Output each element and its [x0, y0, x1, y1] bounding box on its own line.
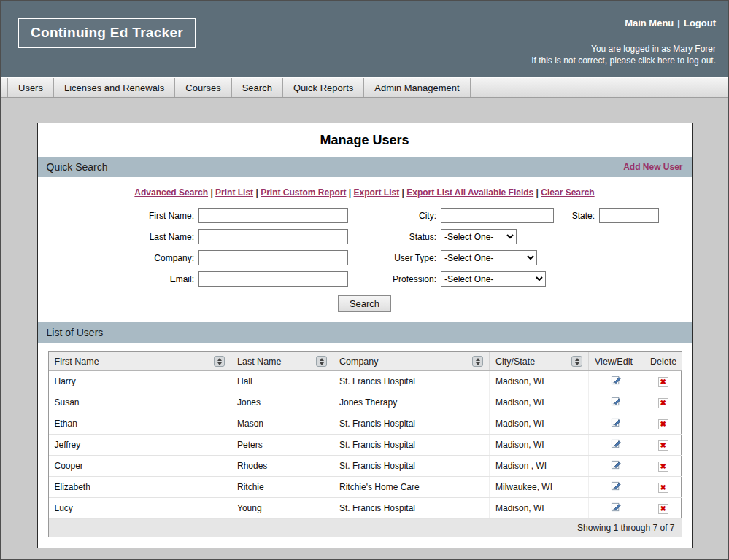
- user-type-select[interactable]: -Select One-: [441, 250, 537, 265]
- table-row: LucyYoungSt. Francis HospitalMadison, WI…: [49, 498, 682, 519]
- edit-icon[interactable]: [611, 438, 622, 449]
- status-select[interactable]: -Select One-: [441, 229, 517, 244]
- profession-field: -Select One-: [441, 271, 554, 287]
- email-label: Email:: [70, 274, 194, 284]
- col-delete: Delete: [644, 352, 682, 371]
- add-new-user-link[interactable]: Add New User: [623, 162, 682, 172]
- company-cell: Ritchie's Home Care: [333, 477, 490, 498]
- city-state-cell: Madison, WI: [490, 371, 589, 392]
- delete-icon[interactable]: ✖: [658, 377, 668, 387]
- email-input[interactable]: [198, 271, 348, 287]
- delete-icon[interactable]: ✖: [658, 440, 668, 451]
- tab-quick-reports[interactable]: Quick Reports: [283, 78, 364, 97]
- company-cell: Jones Therapy: [333, 392, 490, 413]
- edit-icon[interactable]: [611, 502, 622, 513]
- users-table-body: HarryHallSt. Francis HospitalMadison, WI…: [49, 371, 682, 519]
- first-name-cell: Jeffrey: [49, 435, 231, 456]
- last-name-cell: Hall: [231, 371, 333, 392]
- company-cell: St. Francis Hospital: [333, 371, 490, 392]
- edit-icon[interactable]: [611, 396, 622, 407]
- view-edit-cell: [589, 392, 644, 413]
- last-name-cell: Jones: [231, 392, 333, 413]
- last-name-cell: Ritchie: [231, 477, 333, 498]
- last-name-cell: Peters: [231, 435, 333, 456]
- export-list-all-fields-link[interactable]: Export List All Available Fields: [406, 187, 533, 198]
- city-state-cell: Madison , WI: [490, 456, 589, 477]
- delete-cell: ✖: [644, 435, 682, 456]
- app-window: Continuing Ed Tracker Main Menu|Logout Y…: [1, 1, 728, 548]
- link-separator: |: [399, 187, 406, 198]
- col-first-name: First Name: [49, 352, 231, 371]
- col-last-name: Last Name: [231, 352, 333, 371]
- print-custom-report-link[interactable]: Print Custom Report: [261, 187, 346, 198]
- first-name-cell: Cooper: [49, 456, 231, 477]
- delete-cell: ✖: [644, 371, 682, 392]
- table-footer-text: Showing 1 through 7 of 7: [49, 519, 682, 537]
- users-table: First Name Last Name: [49, 352, 682, 537]
- company-cell: St. Francis Hospital: [333, 435, 490, 456]
- state-input[interactable]: [599, 208, 659, 223]
- delete-icon[interactable]: ✖: [658, 462, 668, 472]
- first-name-cell: Lucy: [49, 498, 231, 519]
- first-name-label: First Name:: [70, 211, 194, 221]
- col-last-name-label: Last Name: [237, 357, 281, 367]
- sort-company-icon[interactable]: [472, 356, 483, 367]
- tab-courses[interactable]: Courses: [175, 78, 231, 97]
- advanced-search-link[interactable]: Advanced Search: [134, 187, 208, 198]
- view-edit-cell: [589, 371, 644, 392]
- first-name-cell: Harry: [49, 371, 231, 392]
- sort-first-name-icon[interactable]: [214, 356, 225, 367]
- sort-last-name-icon[interactable]: [316, 356, 327, 367]
- city-state-cell: Madison, WI: [490, 392, 589, 413]
- first-name-input[interactable]: [198, 208, 348, 223]
- edit-icon[interactable]: [611, 459, 622, 470]
- sort-city-state-icon[interactable]: [571, 356, 582, 367]
- main-menu-link[interactable]: Main Menu: [625, 18, 674, 28]
- delete-icon[interactable]: ✖: [658, 419, 668, 429]
- city-input[interactable]: [441, 208, 554, 223]
- delete-icon[interactable]: ✖: [658, 483, 668, 493]
- delete-icon[interactable]: ✖: [658, 398, 668, 408]
- search-button[interactable]: Search: [338, 295, 391, 312]
- action-links: Advanced Search | Print List | Print Cus…: [38, 177, 692, 205]
- print-list-link[interactable]: Print List: [215, 187, 253, 198]
- search-form: First Name: City: State: Last Name: Stat…: [38, 208, 692, 287]
- tab-search[interactable]: Search: [232, 78, 283, 97]
- last-name-cell: Young: [231, 498, 333, 519]
- profession-select[interactable]: -Select One-: [441, 271, 546, 287]
- last-name-input[interactable]: [198, 229, 348, 244]
- last-name-label: Last Name:: [70, 232, 194, 242]
- link-separator: |: [533, 187, 541, 198]
- menu-separator: |: [677, 18, 680, 28]
- user-type-label: User Type:: [352, 253, 436, 263]
- logout-hint-prefix: If this is not correct, please: [531, 55, 636, 66]
- company-input[interactable]: [198, 250, 348, 265]
- col-view-edit-label: View/Edit: [595, 357, 633, 367]
- page-title: Manage Users: [38, 123, 692, 157]
- company-cell: St. Francis Hospital: [333, 498, 490, 519]
- export-list-link[interactable]: Export List: [354, 187, 400, 198]
- logged-in-text: You are logged in as Mary Forer: [531, 43, 716, 55]
- table-row: JeffreyPetersSt. Francis HospitalMadison…: [49, 435, 682, 456]
- edit-icon[interactable]: [611, 375, 622, 386]
- edit-icon[interactable]: [611, 417, 622, 428]
- edit-icon[interactable]: [611, 481, 622, 491]
- tab-users[interactable]: Users: [7, 78, 54, 97]
- quick-search-title: Quick Search: [47, 161, 108, 173]
- tab-licenses-and-renewals[interactable]: Licenses and Renewals: [54, 78, 175, 97]
- col-delete-label: Delete: [650, 357, 676, 367]
- logout-hint: If this is not correct, please click her…: [531, 55, 716, 66]
- col-first-name-label: First Name: [55, 357, 99, 367]
- logout-link[interactable]: Logout: [684, 18, 716, 28]
- delete-cell: ✖: [644, 498, 682, 519]
- city-state-cell: Madison, WI: [490, 413, 589, 435]
- click-here-link[interactable]: click here: [638, 55, 675, 66]
- table-row: SusanJonesJones TherapyMadison, WI✖: [49, 392, 682, 413]
- col-company: Company: [333, 352, 490, 371]
- users-table-wrap: First Name Last Name: [48, 351, 682, 537]
- clear-search-link[interactable]: Clear Search: [541, 187, 594, 198]
- tab-admin-management[interactable]: Admin Management: [364, 78, 470, 97]
- table-row: HarryHallSt. Francis HospitalMadison, WI…: [49, 371, 682, 392]
- delete-icon[interactable]: ✖: [658, 504, 668, 514]
- status-label: Status:: [352, 232, 436, 242]
